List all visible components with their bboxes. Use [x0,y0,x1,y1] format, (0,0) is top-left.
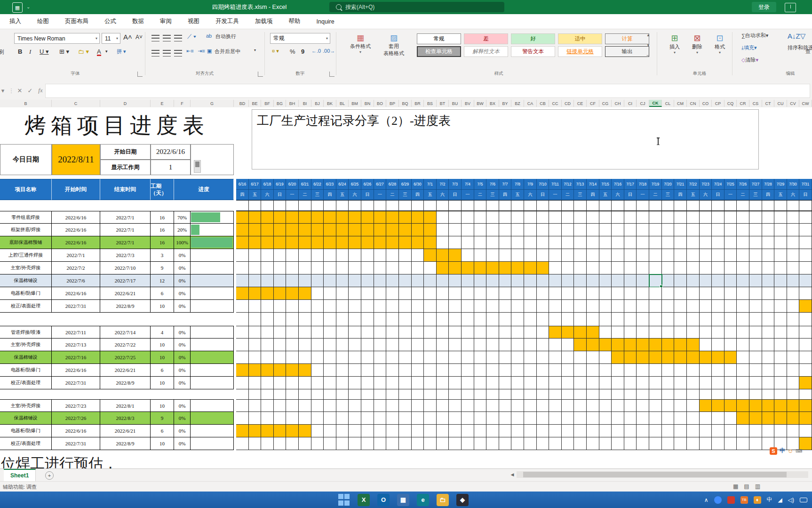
gantt-weekday[interactable]: 五 [336,190,349,200]
underline-button[interactable]: U ▾ [40,48,49,55]
gantt-cell[interactable] [486,326,499,339]
gantt-bar-cell[interactable] [587,326,599,339]
gantt-cell[interactable] [612,399,624,412]
tray-network-icon[interactable]: ◢ [778,497,782,503]
gantt-cell[interactable] [649,211,662,224]
taskbar-icon-outlook[interactable]: O [377,494,390,506]
gantt-cell[interactable] [737,326,749,339]
gantt-cell[interactable] [261,300,274,313]
gantt-cell[interactable] [511,437,524,450]
gantt-bar-cell[interactable] [424,249,437,262]
gantt-bar-cell[interactable] [737,399,749,412]
cell-progress-pct[interactable]: 0% [174,437,191,450]
gantt-weekday[interactable]: 日 [361,190,374,200]
gantt-cell[interactable] [499,377,511,389]
gantt-cell[interactable] [386,412,399,425]
align-left-icon[interactable] [151,50,159,56]
gantt-cell[interactable] [762,389,774,399]
gallery-up-icon[interactable]: ▲ [646,33,650,37]
gantt-cell[interactable] [524,287,537,300]
gantt-cell[interactable] [774,326,787,339]
cell-start-date[interactable]: 2022/7/1 [52,249,100,262]
column-header-F[interactable]: F [174,100,191,107]
gantt-cell[interactable] [274,339,286,351]
gantt-cell[interactable] [649,377,662,389]
gantt-cell[interactable] [762,425,774,437]
gantt-bar-cell[interactable] [749,399,762,412]
gantt-weekday[interactable]: 四 [587,190,599,200]
gantt-bar-cell[interactable] [274,224,286,236]
column-header-BQ[interactable]: BQ [399,100,412,107]
cell-end-date[interactable]: 2022/6/21 [100,425,151,437]
gantt-cell[interactable] [549,364,562,377]
gantt-cell[interactable] [349,339,361,351]
gantt-cell[interactable] [700,389,712,399]
cell-project-name[interactable]: 校正/表面处理 [0,377,52,389]
gantt-cell[interactable] [311,377,324,389]
gantt-cell[interactable] [749,351,762,364]
gantt-bar-cell[interactable] [700,399,712,412]
ribbon-tab-开发工具[interactable]: 开发工具 [215,17,239,25]
gantt-cell[interactable] [374,351,386,364]
gantt-cell[interactable] [574,437,587,450]
tray-app-blue-icon[interactable] [714,496,722,504]
gantt-cell[interactable] [412,339,424,351]
gantt-cell[interactable] [324,437,336,450]
gantt-cell[interactable] [562,412,574,425]
taskbar-icon-file-explorer[interactable]: 🗀 [437,494,449,506]
gantt-cell[interactable] [249,399,261,412]
gantt-cell[interactable] [437,364,449,377]
gantt-cell[interactable] [274,412,286,425]
gantt-cell[interactable] [261,313,274,326]
gantt-cell[interactable] [774,200,787,211]
gantt-cell[interactable] [562,389,574,399]
gantt-cell[interactable] [749,236,762,249]
gantt-cell[interactable] [587,300,599,313]
gantt-cell[interactable] [336,377,349,389]
gantt-cell[interactable] [236,437,249,450]
gantt-cell[interactable] [236,200,249,211]
gantt-cell[interactable] [524,425,537,437]
gantt-bar-cell[interactable] [511,274,524,287]
gantt-bar-cell[interactable] [274,287,286,300]
gantt-cell[interactable] [336,351,349,364]
gantt-bar-cell[interactable] [599,274,612,287]
gantt-cell[interactable] [349,437,361,450]
cells-插入-button[interactable]: ⊞插入▾ [664,33,685,55]
gantt-date-7/22[interactable]: 7/22 [687,179,700,190]
gantt-cell[interactable] [549,351,562,364]
gantt-cell[interactable] [612,377,624,389]
gantt-bar-cell[interactable] [261,287,274,300]
number-dialog-launcher-icon[interactable] [329,72,334,77]
gantt-weekday[interactable]: 六 [612,190,624,200]
column-header-BT[interactable]: BT [437,100,449,107]
gantt-cell[interactable] [687,425,700,437]
gantt-cell[interactable] [737,224,749,236]
gantt-cell[interactable] [499,425,511,437]
gantt-cell[interactable] [799,364,812,377]
gantt-cell[interactable] [349,364,361,377]
column-header-BP[interactable]: BP [386,100,399,107]
gantt-cell[interactable] [499,389,511,399]
gantt-date-6/19[interactable]: 6/19 [274,179,286,190]
gantt-cell[interactable] [724,425,737,437]
gantt-cell[interactable] [737,274,749,287]
gantt-cell[interactable] [587,224,599,236]
gantt-bar-cell[interactable] [311,211,324,224]
gantt-date-6/25[interactable]: 6/25 [349,179,361,190]
gantt-cell[interactable] [774,211,787,224]
cell-start-date[interactable]: 2022/6/16 [52,211,100,224]
gantt-cell[interactable] [549,399,562,412]
cell-duration[interactable]: 10 [151,351,174,364]
gantt-bar-cell[interactable] [449,262,462,274]
gantt-cell[interactable] [499,300,511,313]
gantt-bar-cell[interactable] [361,224,374,236]
gantt-cell[interactable] [299,262,311,274]
gantt-cell[interactable] [724,339,737,351]
cell-duration[interactable]: 16 [151,211,174,224]
gantt-cell[interactable] [737,339,749,351]
gantt-cell[interactable] [724,262,737,274]
cell-progress-bar[interactable] [191,326,234,339]
cell-duration[interactable]: 3 [151,249,174,262]
gantt-bar-cell[interactable] [537,262,549,274]
